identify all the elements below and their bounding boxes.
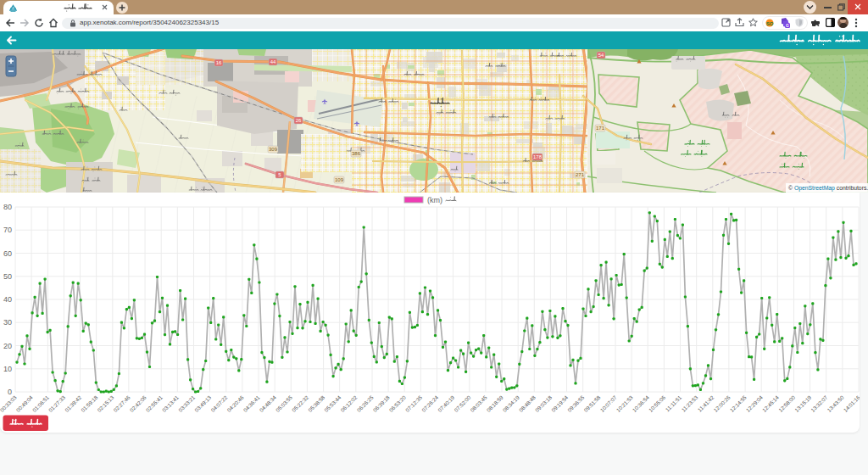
svg-text:07:40:19: 07:40:19 [437,394,456,413]
svg-text:06:12:02: 06:12:02 [339,394,359,413]
svg-text:03:33:21: 03:33:21 [177,394,197,413]
svg-text:40: 40 [3,295,12,304]
svg-text:109: 109 [335,177,344,182]
svg-text:06:26:25: 06:26:25 [355,394,375,413]
svg-text:09:19:54: 09:19:54 [550,394,570,413]
svg-text:0: 0 [8,388,12,396]
svg-text:03:49:13: 03:49:13 [193,394,213,413]
svg-text:50: 50 [3,272,12,281]
svg-text:12:00:26: 12:00:26 [712,394,732,413]
svg-text:06:39:18: 06:39:18 [372,394,392,413]
svg-text:01:39:42: 01:39:42 [64,394,83,413]
svg-text:14:01:16: 14:01:16 [842,394,860,413]
svg-text:04:20:46: 04:20:46 [225,394,245,413]
svg-text:07:52:00: 07:52:00 [453,394,472,413]
svg-text:80: 80 [3,203,12,211]
svg-text:60: 60 [3,249,12,258]
svg-text:16: 16 [216,60,222,65]
svg-text:03:13:41: 03:13:41 [161,394,181,413]
svg-text:(km): (km) [427,196,442,204]
svg-text:386: 386 [352,151,361,156]
svg-text:12:58:00: 12:58:00 [777,394,797,413]
svg-text:02:27:46: 02:27:46 [112,394,131,413]
svg-text:02:15:13: 02:15:13 [96,394,115,413]
svg-text:10: 10 [3,365,12,373]
svg-text:09:36:55: 09:36:55 [566,394,586,413]
svg-text:05:22:32: 05:22:32 [291,394,310,413]
svg-text:08:34:19: 08:34:19 [502,394,521,413]
svg-text:20: 20 [3,342,12,350]
svg-text:00:49:04: 00:49:04 [15,394,35,413]
svg-text:04:48:34: 04:48:34 [259,394,278,413]
svg-text:10:55:06: 10:55:06 [648,394,667,413]
svg-text:04:36:41: 04:36:41 [242,394,261,413]
svg-text:09:51:58: 09:51:58 [582,394,602,413]
svg-text:05:03:55: 05:03:55 [275,394,294,413]
svg-text:271: 271 [576,172,585,177]
svg-text:01:27:33: 01:27:33 [47,394,67,413]
svg-text:70: 70 [3,226,12,234]
svg-text:30: 30 [3,318,12,327]
svg-text:06:53:20: 06:53:20 [388,394,408,413]
svg-text:309: 309 [269,147,278,152]
svg-text:10:07:07: 10:07:07 [598,394,618,413]
svg-text:12:14:55: 12:14:55 [729,394,748,413]
svg-text:171: 171 [596,126,605,131]
svg-text:G: G [786,23,789,28]
svg-text:13:15:19: 13:15:19 [793,394,813,413]
svg-text:12:45:14: 12:45:14 [761,394,781,413]
svg-text:08:48:48: 08:48:48 [518,394,537,413]
svg-text:44: 44 [270,59,276,64]
svg-text:07:26:24: 07:26:24 [420,394,440,413]
svg-text:12:29:04: 12:29:04 [745,394,765,413]
svg-text:10:36:54: 10:36:54 [632,394,651,413]
svg-text:13:43:50: 13:43:50 [826,394,845,413]
svg-text:11:11:51: 11:11:51 [665,394,683,412]
svg-text:SO: SO [766,21,774,26]
svg-text:05:38:58: 05:38:58 [307,394,326,413]
svg-text:09:03:18: 09:03:18 [534,394,554,413]
svg-text:04:07:22: 04:07:22 [209,394,229,413]
svg-text:13:32:07: 13:32:07 [810,394,829,413]
svg-text:01:06:51: 01:06:51 [31,394,51,413]
svg-text:01:59:18: 01:59:18 [80,394,99,413]
svg-text:11:23:53: 11:23:53 [680,394,698,412]
svg-text:© OpenStreetMap contributors.: © OpenStreetMap contributors. [788,185,868,192]
svg-text:08:03:45: 08:03:45 [469,394,488,413]
svg-text:02:42:06: 02:42:06 [129,394,148,413]
svg-text:178: 178 [533,154,542,159]
svg-text:26: 26 [296,118,302,123]
svg-text:10:21:53: 10:21:53 [615,394,635,413]
svg-text:08:18:59: 08:18:59 [485,394,504,413]
svg-text:07:12:35: 07:12:35 [404,394,424,413]
svg-text:05:53:44: 05:53:44 [323,394,342,413]
svg-text:02:55:41: 02:55:41 [145,394,164,413]
svg-text:54: 54 [598,53,604,58]
